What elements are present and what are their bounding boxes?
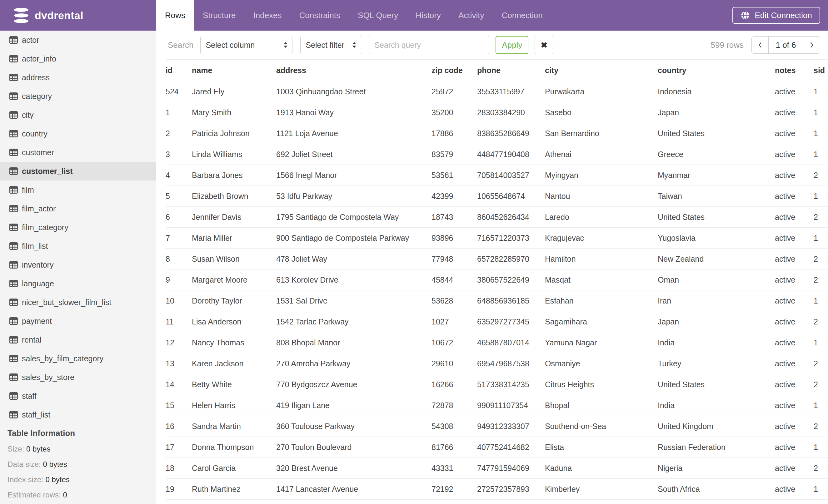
cell-country[interactable]: Yugoslavia <box>658 228 775 248</box>
cell-country[interactable]: Taiwan <box>658 186 775 207</box>
cell-address[interactable]: 692 Joliet Street <box>276 144 431 165</box>
cell-notes[interactable]: active <box>775 437 814 458</box>
cell-zip-code[interactable]: 1027 <box>431 311 477 332</box>
cell-city[interactable]: Hamilton <box>545 248 658 270</box>
cell-city[interactable]: Myingyan <box>545 165 658 186</box>
cell-notes[interactable]: active <box>775 248 814 270</box>
edit-connection-button[interactable]: Edit Connection <box>732 7 820 24</box>
cell-sid[interactable]: 2 <box>814 458 828 479</box>
column-header[interactable]: address <box>276 60 431 81</box>
column-header[interactable]: notes <box>775 60 814 81</box>
table-row[interactable]: 2 Patricia Johnson 1121 Loja Avenue 1788… <box>166 123 828 144</box>
cell-id[interactable]: 12 <box>166 332 192 353</box>
table-row[interactable]: 17 Donna Thompson 270 Toulon Boulevard 8… <box>166 437 828 458</box>
previous-page-button[interactable] <box>751 36 769 54</box>
tab[interactable]: Rows <box>156 0 194 31</box>
cell-address[interactable]: 320 Brest Avenue <box>276 458 431 479</box>
cell-name[interactable]: Ruth Martinez <box>192 479 276 500</box>
cell-sid[interactable]: 2 <box>814 165 828 186</box>
cell-sid[interactable]: 1 <box>814 81 828 102</box>
column-header[interactable]: city <box>545 60 658 81</box>
cell-phone[interactable]: 695479687538 <box>477 353 545 374</box>
cell-id[interactable]: 15 <box>166 395 192 416</box>
cell-name[interactable]: Margaret Moore <box>192 270 276 290</box>
cell-address[interactable]: 53 Idfu Parkway <box>276 186 431 207</box>
cell-country[interactable]: Indonesia <box>658 81 775 102</box>
cell-notes[interactable]: active <box>775 102 814 123</box>
tab[interactable]: Constraints <box>291 0 349 31</box>
tab[interactable]: Indexes <box>245 0 291 31</box>
cell-name[interactable]: Dorothy Taylor <box>192 290 276 311</box>
cell-address[interactable]: 1795 Santiago de Compostela Way <box>276 207 431 228</box>
cell-id[interactable]: 19 <box>166 479 192 500</box>
cell-phone[interactable]: 35533115997 <box>477 81 545 102</box>
cell-sid[interactable]: 1 <box>814 186 828 207</box>
sidebar-table-item[interactable]: address <box>0 68 156 87</box>
cell-country[interactable]: India <box>658 395 775 416</box>
cell-notes[interactable]: active <box>775 290 814 311</box>
cell-name[interactable]: Donna Thompson <box>192 437 276 458</box>
table-row[interactable]: 1 Mary Smith 1913 Hanoi Way 35200 283033… <box>166 102 828 123</box>
sidebar-table-item[interactable]: country <box>0 124 156 143</box>
cell-zip-code[interactable]: 83579 <box>431 144 477 165</box>
cell-city[interactable]: Masqat <box>545 270 658 290</box>
cell-address[interactable]: 1531 Sal Drive <box>276 290 431 311</box>
cell-phone[interactable]: 949312333307 <box>477 416 545 437</box>
table-row[interactable]: 5 Elizabeth Brown 53 Idfu Parkway 42399 … <box>166 186 828 207</box>
cell-name[interactable]: Betty White <box>192 374 276 395</box>
cell-address[interactable]: 770 Bydgoszcz Avenue <box>276 374 431 395</box>
table-row[interactable]: 15 Helen Harris 419 Iligan Lane 72878 99… <box>166 395 828 416</box>
cell-city[interactable]: Elista <box>545 437 658 458</box>
cell-phone[interactable]: 380657522649 <box>477 270 545 290</box>
cell-city[interactable]: Sasebo <box>545 102 658 123</box>
apply-button[interactable]: Apply <box>496 36 528 54</box>
cell-phone[interactable]: 747791594069 <box>477 458 545 479</box>
cell-zip-code[interactable]: 18743 <box>431 207 477 228</box>
cell-country[interactable]: United States <box>658 207 775 228</box>
cell-city[interactable]: Sagamihara <box>545 311 658 332</box>
cell-zip-code[interactable]: 29610 <box>431 353 477 374</box>
cell-sid[interactable]: 2 <box>814 207 828 228</box>
column-header[interactable]: phone <box>477 60 545 81</box>
cell-country[interactable]: Turkey <box>658 353 775 374</box>
cell-zip-code[interactable]: 45844 <box>431 270 477 290</box>
search-query-input[interactable] <box>369 36 489 54</box>
sidebar-table-item[interactable]: film_category <box>0 218 156 237</box>
cell-city[interactable]: Purwakarta <box>545 81 658 102</box>
cell-id[interactable]: 5 <box>166 186 192 207</box>
cell-sid[interactable]: 1 <box>814 395 828 416</box>
cell-address[interactable]: 1913 Hanoi Way <box>276 102 431 123</box>
table-row[interactable]: 12 Nancy Thomas 808 Bhopal Manor 10672 4… <box>166 332 828 353</box>
sidebar-table-item[interactable]: category <box>0 87 156 105</box>
cell-name[interactable]: Helen Harris <box>192 395 276 416</box>
cell-city[interactable]: Laredo <box>545 207 658 228</box>
table-row[interactable]: 11 Lisa Anderson 1542 Tarlac Parkway 102… <box>166 311 828 332</box>
cell-id[interactable]: 4 <box>166 165 192 186</box>
cell-sid[interactable]: 1 <box>814 123 828 144</box>
cell-sid[interactable]: 1 <box>814 102 828 123</box>
cell-country[interactable]: Japan <box>658 311 775 332</box>
cell-zip-code[interactable]: 10672 <box>431 332 477 353</box>
sidebar-table-item[interactable]: nicer_but_slower_film_list <box>0 293 156 312</box>
cell-phone[interactable]: 838635286649 <box>477 123 545 144</box>
cell-country[interactable]: Japan <box>658 102 775 123</box>
table-row[interactable]: 13 Karen Jackson 270 Amroha Parkway 2961… <box>166 353 828 374</box>
cell-zip-code[interactable]: 72878 <box>431 395 477 416</box>
column-header[interactable]: country <box>658 60 775 81</box>
tab[interactable]: Activity <box>450 0 493 31</box>
cell-city[interactable]: Osmaniye <box>545 353 658 374</box>
sidebar-table-item[interactable]: customer <box>0 143 156 162</box>
cell-country[interactable]: Oman <box>658 270 775 290</box>
cell-zip-code[interactable]: 42399 <box>431 186 477 207</box>
cell-zip-code[interactable]: 72192 <box>431 479 477 500</box>
cell-id[interactable]: 18 <box>166 458 192 479</box>
sidebar-table-item[interactable]: staff <box>0 386 156 405</box>
cell-sid[interactable]: 2 <box>814 248 828 270</box>
cell-sid[interactable]: 2 <box>814 416 828 437</box>
cell-notes[interactable]: active <box>775 458 814 479</box>
cell-id[interactable]: 1 <box>166 102 192 123</box>
cell-city[interactable]: Southend-on-Sea <box>545 416 658 437</box>
cell-id[interactable]: 7 <box>166 228 192 248</box>
cell-notes[interactable]: active <box>775 123 814 144</box>
cell-address[interactable]: 419 Iligan Lane <box>276 395 431 416</box>
